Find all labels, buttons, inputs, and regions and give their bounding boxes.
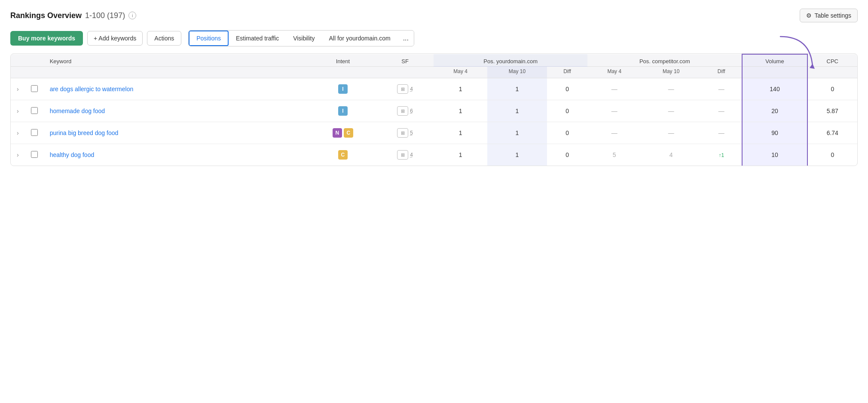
keyword-link[interactable]: purina big breed dog food	[50, 129, 119, 136]
pos-your-may4: 1	[434, 122, 487, 144]
th-competitor-may10[interactable]: May 10	[641, 67, 701, 78]
th-volume-sub	[742, 67, 807, 78]
intent-badge: C	[344, 128, 353, 138]
expand-button[interactable]: ›	[17, 86, 19, 92]
th-intent-sub	[309, 67, 376, 78]
table-row: ›purina big breed dog foodN C ⊞ 5110———9…	[11, 122, 857, 144]
pos-comp-may10: —	[641, 122, 701, 144]
expand-button[interactable]: ›	[17, 151, 19, 158]
pos-comp-may4: —	[587, 122, 641, 144]
sf-cell: ⊞ 4	[376, 78, 434, 100]
cpc-cell: 0	[807, 144, 857, 166]
sf-icon: ⊞	[397, 106, 408, 116]
th-keyword-sub	[44, 67, 309, 78]
pos-your-may10: 1	[487, 144, 547, 166]
intent-cell: I	[309, 100, 376, 122]
gear-icon: ⚙	[806, 12, 812, 19]
tab-visibility[interactable]: Visibility	[286, 31, 321, 45]
pos-comp-may4: —	[587, 100, 641, 122]
pos-comp-may4: —	[587, 78, 641, 100]
th-expand	[11, 54, 25, 67]
sf-number: 4	[410, 86, 413, 92]
row-checkbox[interactable]	[31, 151, 38, 158]
row-checkbox[interactable]	[31, 129, 38, 136]
sf-cell: ⊞ 5	[376, 122, 434, 144]
th-expand-sub	[11, 67, 25, 78]
intent-badge: N	[333, 128, 342, 138]
volume-cell: 140	[742, 78, 807, 100]
volume-cell: 10	[742, 144, 807, 166]
tab-group: Positions Estimated traffic Visibility A…	[188, 30, 414, 46]
pos-your-may4: 1	[434, 144, 487, 166]
sf-icon: ⊞	[397, 128, 408, 138]
keyword-link[interactable]: are dogs allergic to watermelon	[50, 86, 134, 92]
volume-cell: 90	[742, 122, 807, 144]
keyword-link[interactable]: healthy dog food	[50, 151, 95, 158]
diff-up: ↑1	[718, 152, 724, 158]
pos-your-diff: 0	[547, 122, 587, 144]
sf-number: 6	[410, 108, 413, 114]
tab-all-domain[interactable]: All for yourdomain.com	[322, 31, 397, 45]
pos-comp-may10: —	[641, 100, 701, 122]
th-intent[interactable]: Intent	[309, 54, 376, 67]
row-checkbox[interactable]	[31, 107, 38, 114]
th-yourdomain-may10[interactable]: May 10	[487, 67, 547, 78]
pos-comp-may10: 4	[641, 144, 701, 166]
th-pos-yourdomain: Pos. yourdomain.com	[434, 54, 587, 67]
page-title: Rankings Overview	[10, 11, 82, 20]
table-row: ›are dogs allergic to watermelonI ⊞ 4110…	[11, 78, 857, 100]
buy-more-keywords-button[interactable]: Buy more keywords	[10, 31, 83, 46]
table-row: ›healthy dog foodC ⊞ 411054↑1100	[11, 144, 857, 166]
pos-your-diff: 0	[547, 78, 587, 100]
th-competitor-may4[interactable]: May 4	[587, 67, 641, 78]
table-settings-label: Table settings	[814, 12, 851, 19]
table-row: ›homemade dog foodI ⊞ 6110———205.87	[11, 100, 857, 122]
info-icon[interactable]: i	[128, 12, 136, 19]
page-range: 1-100 (197)	[85, 11, 125, 20]
th-yourdomain-may4[interactable]: May 4	[434, 67, 487, 78]
pos-your-may10: 1	[487, 100, 547, 122]
th-pos-competitor: Pos. competitor.com	[587, 54, 742, 67]
th-cpc-sub	[807, 67, 857, 78]
pos-your-diff: 0	[547, 144, 587, 166]
th-cpc[interactable]: CPC	[807, 54, 857, 67]
sf-number: 4	[410, 152, 413, 158]
sf-icon: ⊞	[397, 84, 408, 94]
th-keyword[interactable]: Keyword	[44, 54, 309, 67]
expand-button[interactable]: ›	[17, 108, 19, 114]
sf-number: 5	[410, 130, 413, 136]
cpc-cell: 0	[807, 78, 857, 100]
pos-comp-may10: —	[641, 78, 701, 100]
add-keywords-button[interactable]: + Add keywords	[87, 31, 143, 46]
tab-more-button[interactable]: ...	[398, 31, 414, 46]
actions-button[interactable]: Actions	[147, 31, 181, 46]
th-checkbox	[25, 54, 44, 67]
th-checkbox-sub	[25, 67, 44, 78]
pos-comp-diff: —	[701, 122, 742, 144]
pos-your-may4: 1	[434, 100, 487, 122]
sf-cell: ⊞ 4	[376, 144, 434, 166]
th-volume[interactable]: Volume	[742, 54, 807, 67]
intent-cell: I	[309, 78, 376, 100]
sf-icon: ⊞	[397, 150, 408, 160]
rankings-table: Keyword Intent SF Pos. yourdomain.com Po…	[10, 53, 858, 166]
th-yourdomain-diff[interactable]: Diff	[547, 67, 587, 78]
keyword-link[interactable]: homemade dog food	[50, 108, 105, 114]
intent-badge: C	[338, 150, 348, 160]
row-checkbox[interactable]	[31, 85, 38, 92]
tab-estimated-traffic[interactable]: Estimated traffic	[229, 31, 286, 45]
intent-badge: I	[338, 84, 348, 94]
intent-cell: C	[309, 144, 376, 166]
table-settings-button[interactable]: ⚙ Table settings	[800, 9, 858, 22]
pos-comp-diff: ↑1	[701, 144, 742, 166]
pos-your-diff: 0	[547, 100, 587, 122]
expand-button[interactable]: ›	[17, 129, 19, 136]
tab-positions[interactable]: Positions	[189, 31, 229, 46]
pos-comp-may4: 5	[587, 144, 641, 166]
intent-badge: I	[338, 106, 348, 116]
th-sf-sub	[376, 67, 434, 78]
intent-cell: N C	[309, 122, 376, 144]
pos-comp-diff: —	[701, 78, 742, 100]
th-sf[interactable]: SF	[376, 54, 434, 67]
th-competitor-diff[interactable]: Diff	[701, 67, 742, 78]
